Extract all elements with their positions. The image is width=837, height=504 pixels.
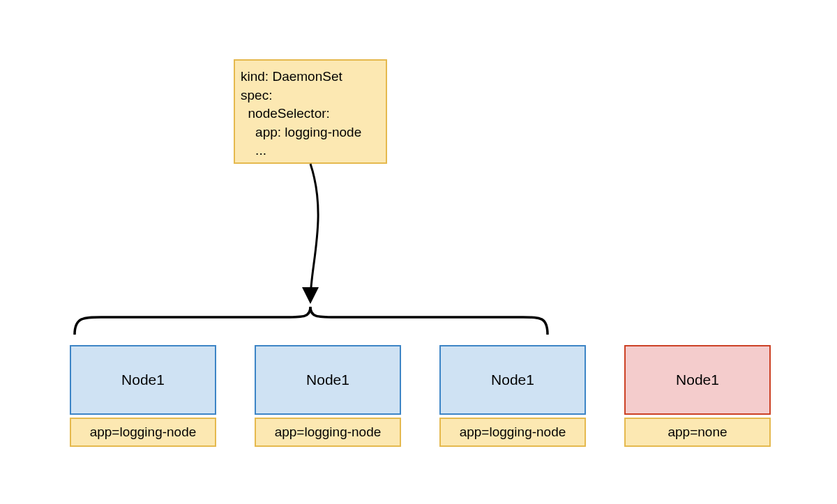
- bracket-icon: [75, 307, 548, 335]
- node-group-3: Node1 app=logging-node: [439, 345, 586, 447]
- node-label: app=logging-node: [90, 425, 197, 440]
- spec-line-nodeselector: nodeSelector:: [241, 105, 380, 123]
- node-title: Node1: [676, 372, 719, 388]
- node-title: Node1: [121, 372, 165, 388]
- node-title: Node1: [306, 372, 349, 388]
- node-label-box: app=logging-node: [255, 418, 401, 447]
- node-group-2: Node1 app=logging-node: [255, 345, 401, 447]
- nodes-row: Node1 app=logging-node Node1 app=logging…: [70, 345, 771, 447]
- node-box-unmatched: Node1: [624, 345, 771, 415]
- node-box-matched: Node1: [439, 345, 586, 415]
- spec-line-kind: kind: DaemonSet: [241, 68, 380, 86]
- node-label: app=logging-node: [460, 425, 566, 440]
- daemonset-spec-box: kind: DaemonSet spec: nodeSelector: app:…: [234, 59, 387, 164]
- node-box-matched: Node1: [255, 345, 401, 415]
- arrow-down-icon: [310, 164, 318, 300]
- node-label-box: app=logging-node: [439, 418, 586, 447]
- node-group-4: Node1 app=none: [624, 345, 771, 447]
- spec-line-app: app: logging-node: [241, 123, 380, 142]
- node-label: app=logging-node: [275, 425, 382, 440]
- node-box-matched: Node1: [70, 345, 216, 415]
- spec-line-spec: spec:: [241, 86, 380, 105]
- node-label-box: app=none: [624, 418, 771, 447]
- node-title: Node1: [491, 372, 534, 388]
- spec-line-ellipsis: ...: [241, 142, 380, 160]
- node-group-1: Node1 app=logging-node: [70, 345, 216, 447]
- node-label: app=none: [668, 425, 727, 440]
- node-label-box: app=logging-node: [70, 418, 216, 447]
